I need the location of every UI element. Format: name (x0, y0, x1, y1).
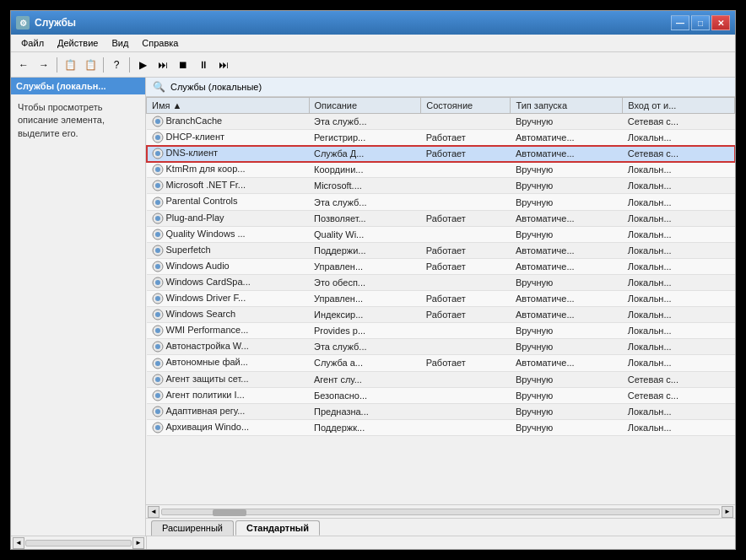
table-row[interactable]: Plug-and-Play Позволяет... Работает Авто… (147, 210, 735, 226)
service-icon (152, 422, 164, 433)
table-row[interactable]: Архивация Windo... Поддержк... Вручную Л… (147, 419, 735, 435)
svg-point-39 (155, 425, 160, 430)
horizontal-scrollbar[interactable]: ◄ ► (146, 504, 735, 518)
table-row[interactable]: Parental Controls Эта служб... Вручную Л… (147, 194, 735, 210)
stop-button[interactable]: ⏹ (174, 56, 192, 74)
tab-extended[interactable]: Расширенный (151, 520, 234, 536)
start-button[interactable]: ▶ (133, 56, 152, 74)
table-row[interactable]: Windows Driver F... Управлен... Работает… (147, 291, 735, 307)
cell-login: Локальн... (623, 307, 735, 323)
cell-desc: Quality Wi... (309, 226, 421, 242)
cell-startup: Автоматиче... (511, 242, 623, 258)
table-row[interactable]: Superfetch Поддержи... Работает Автомати… (147, 242, 735, 258)
col-header-login[interactable]: Вход от и... (623, 98, 735, 114)
col-header-status[interactable]: Состояние (421, 98, 511, 114)
svg-point-3 (155, 135, 160, 140)
cell-name: Windows Driver F... (147, 291, 310, 307)
cell-name: KtmRm для коор... (147, 162, 310, 178)
table-row[interactable]: Quality Windows ... Quality Wi... Вручну… (147, 226, 735, 242)
cell-login: Локальн... (623, 194, 735, 210)
back-button[interactable]: ← (14, 56, 33, 74)
cell-desc: Служба а... (309, 355, 421, 371)
left-scroll-h[interactable]: ◄ ► (11, 536, 147, 549)
maximize-button[interactable]: □ (691, 15, 710, 30)
cell-login: Локальн... (623, 162, 735, 178)
table-row[interactable]: Адаптивная регу... Предназна... Вручную … (147, 403, 735, 419)
menu-file[interactable]: Файл (14, 36, 51, 50)
svg-point-13 (155, 216, 160, 221)
cell-name: Агент политики I... (147, 387, 310, 403)
cell-login: Локальн... (623, 419, 735, 435)
copy-button[interactable]: 📋 (61, 56, 79, 74)
cell-name: Автономные фай... (147, 355, 310, 371)
service-icon (152, 213, 164, 224)
cell-status: Работает (421, 242, 511, 258)
minimize-button[interactable]: — (671, 15, 689, 30)
table-row[interactable]: BranchCache Эта служб... Вручную Сетевая… (147, 114, 735, 130)
cell-desc: Регистрир... (309, 130, 421, 146)
forward-button[interactable]: → (35, 56, 53, 74)
cell-desc: Эта служб... (309, 339, 421, 355)
cell-status (421, 274, 511, 290)
cell-startup: Автоматиче... (511, 258, 623, 274)
cell-startup: Вручную (511, 403, 623, 419)
table-row[interactable]: DNS-клиент Служба Д... Работает Автомати… (147, 146, 735, 162)
table-row[interactable]: Windows CardSpa... Это обесп... Вручную … (147, 274, 735, 290)
cell-status (421, 178, 511, 194)
left-scroll-right[interactable]: ► (132, 537, 144, 549)
main-window: ⚙ Службы — □ ✕ Файл Действие Вид Справка… (10, 10, 736, 550)
paste-button[interactable]: 📋 (81, 56, 100, 74)
svg-point-21 (155, 280, 160, 285)
scroll-left-btn[interactable]: ◄ (148, 506, 159, 518)
col-header-desc[interactable]: Описание (309, 98, 421, 114)
table-row[interactable]: WMI Performance... Provides p... Вручную… (147, 323, 735, 339)
pause-button[interactable]: ⏸ (194, 56, 213, 74)
scroll-right-btn[interactable]: ► (722, 506, 733, 518)
table-row[interactable]: KtmRm для коор... Координи... Вручную Ло… (147, 162, 735, 178)
cell-startup: Вручную (511, 162, 623, 178)
service-icon (152, 374, 164, 385)
cell-desc: Эта служб... (309, 194, 421, 210)
cell-startup: Вручную (511, 114, 623, 130)
restart-button[interactable]: ⏭ (154, 56, 172, 74)
table-row[interactable]: Windows Search Индексир... Работает Авто… (147, 307, 735, 323)
cell-login: Локальн... (623, 130, 735, 146)
table-row[interactable]: Windows Audio Управлен... Работает Автом… (147, 258, 735, 274)
cell-status (421, 323, 511, 339)
col-header-startup[interactable]: Тип запуска (511, 98, 623, 114)
service-icon (152, 325, 164, 337)
service-icon (152, 293, 164, 304)
cell-name: DNS-клиент (147, 146, 310, 162)
cell-startup: Автоматиче... (511, 307, 623, 323)
svg-point-5 (155, 151, 160, 156)
table-row[interactable]: Агент политики I... Безопасно... Вручную… (147, 387, 735, 403)
resume-button[interactable]: ⏭ (214, 56, 233, 74)
services-table-container[interactable]: Имя ▲ Описание Состояние Тип запуска Вхо… (146, 97, 735, 504)
cell-status: Работает (421, 291, 511, 307)
menu-help[interactable]: Справка (135, 36, 185, 50)
cell-status: Работает (421, 258, 511, 274)
help-button[interactable]: ? (107, 56, 126, 74)
cell-login: Локальн... (623, 274, 735, 290)
tab-standard[interactable]: Стандартный (235, 520, 320, 536)
svg-point-25 (155, 312, 160, 317)
left-scroll-left[interactable]: ◄ (13, 537, 24, 549)
table-row[interactable]: Агент защиты сет... Агент слу... Вручную… (147, 371, 735, 387)
service-icon (152, 245, 164, 256)
col-header-name[interactable]: Имя ▲ (147, 98, 310, 114)
menu-action[interactable]: Действие (51, 36, 105, 50)
table-row[interactable]: DHCP-клиент Регистрир... Работает Автома… (147, 130, 735, 146)
table-row[interactable]: Microsoft .NET Fr... Microsoft.... Вручн… (147, 178, 735, 194)
scroll-thumb-h[interactable] (213, 509, 246, 516)
menu-view[interactable]: Вид (105, 36, 135, 50)
close-button[interactable]: ✕ (711, 15, 730, 30)
table-row[interactable]: Автонастройка W... Эта служб... Вручную … (147, 339, 735, 355)
app-icon: ⚙ (16, 16, 30, 30)
left-scroll-track[interactable] (25, 540, 132, 547)
cell-login: Локальн... (623, 242, 735, 258)
scroll-track-h[interactable] (161, 509, 720, 515)
cell-status (421, 403, 511, 419)
cell-desc: Поддержи... (309, 242, 421, 258)
table-row[interactable]: Автономные фай... Служба а... Работает А… (147, 355, 735, 371)
cell-startup: Вручную (511, 178, 623, 194)
